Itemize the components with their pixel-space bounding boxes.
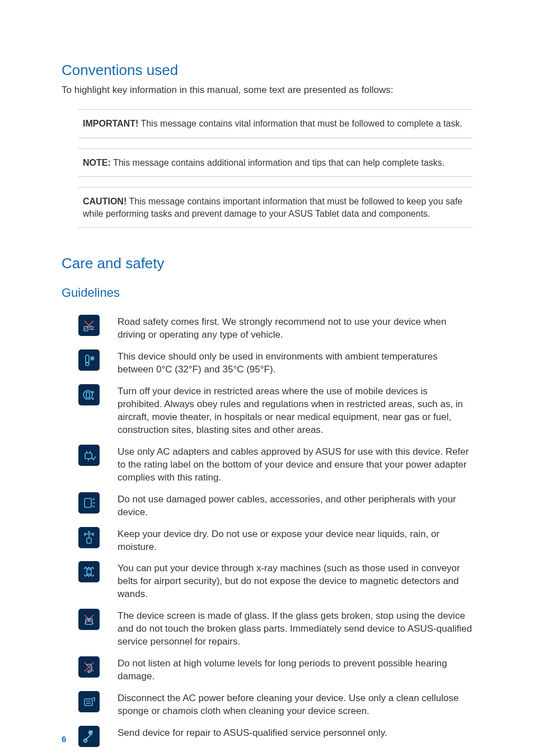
svg-rect-3: [86, 355, 89, 363]
approved-adapter-icon: [78, 445, 100, 466]
callout-caution: CAUTION! This message contains important…: [78, 187, 472, 228]
list-item: Road safety comes first. We strongly rec…: [62, 315, 472, 342]
list-item: This device should only be used in envir…: [62, 349, 472, 376]
list-item-text: Keep your device dry. Do not use or expo…: [118, 527, 472, 554]
list-item: You can put your device through x-ray ma…: [62, 561, 472, 601]
svg-rect-6: [86, 392, 90, 398]
broken-glass-icon: [78, 609, 100, 630]
guidelines-heading: Guidelines: [62, 286, 472, 300]
svg-rect-8: [85, 498, 91, 507]
restricted-area-icon: [78, 384, 100, 405]
list-item-text: Road safety comes first. We strongly rec…: [118, 315, 472, 342]
svg-point-12: [92, 533, 93, 534]
callout-lead: IMPORTANT!: [83, 119, 138, 128]
care-heading: Care and safety: [62, 255, 472, 272]
list-item: Do not listen at high volume levels for …: [62, 656, 472, 683]
no-driving-icon: [78, 315, 100, 336]
temperature-icon: [78, 349, 100, 371]
list-item-text: Turn off your device in restricted areas…: [118, 384, 472, 437]
list-item: The device screen is made of glass. If t…: [62, 609, 472, 648]
page-number: 6: [62, 734, 66, 744]
callouts-container: IMPORTANT! This message contains vital i…: [78, 109, 472, 228]
repair-icon: [78, 726, 100, 747]
hearing-icon: [78, 656, 100, 678]
document-page: Conventions used To highlight key inform…: [0, 0, 534, 756]
callout-lead: NOTE:: [83, 158, 111, 167]
callout-lead: CAUTION!: [83, 197, 127, 206]
conventions-intro: To highlight key information in this man…: [62, 85, 472, 96]
keep-dry-icon: [78, 527, 100, 548]
svg-point-11: [85, 533, 86, 534]
list-item-text: You can put your device through x-ray ma…: [118, 561, 472, 601]
list-item-text: Disconnect the AC power before cleaning …: [118, 691, 472, 718]
list-item: Keep your device dry. Do not use or expo…: [62, 527, 472, 554]
callout-text: This message contains vital information …: [138, 119, 462, 128]
svg-point-13: [88, 531, 90, 533]
xray-icon: [78, 561, 100, 582]
list-item-text: Do not use damaged power cables, accesso…: [118, 492, 472, 519]
callout-text: This message contains important informat…: [83, 197, 462, 218]
guidelines-list: Road safety comes first. We strongly rec…: [62, 315, 472, 746]
list-item: Use only AC adapters and cables approved…: [62, 445, 472, 484]
svg-rect-14: [87, 570, 91, 574]
svg-point-20: [88, 670, 90, 673]
list-item: Disconnect the AC power before cleaning …: [62, 691, 472, 718]
callout-note: NOTE: This message contains additional i…: [78, 148, 472, 178]
callout-important: IMPORTANT! This message contains vital i…: [78, 109, 472, 138]
list-item-text: The device screen is made of glass. If t…: [118, 609, 472, 648]
list-item-text: This device should only be used in envir…: [118, 349, 472, 376]
list-item-text: Do not listen at high volume levels for …: [118, 656, 472, 683]
callout-text: This message contains additional informa…: [111, 158, 444, 167]
conventions-heading: Conventions used: [62, 62, 472, 79]
damaged-cable-icon: [78, 492, 100, 514]
list-item-text: Send device for repair to ASUS-qualified…: [118, 726, 472, 740]
svg-rect-21: [85, 699, 92, 706]
svg-rect-7: [85, 453, 92, 459]
cleaning-icon: [78, 691, 100, 712]
svg-rect-10: [87, 538, 91, 543]
list-item: Turn off your device in restricted areas…: [62, 384, 472, 437]
list-item-text: Use only AC adapters and cables approved…: [118, 445, 472, 484]
list-item: Send device for repair to ASUS-qualified…: [62, 726, 472, 747]
list-item: Do not use damaged power cables, accesso…: [62, 492, 472, 519]
